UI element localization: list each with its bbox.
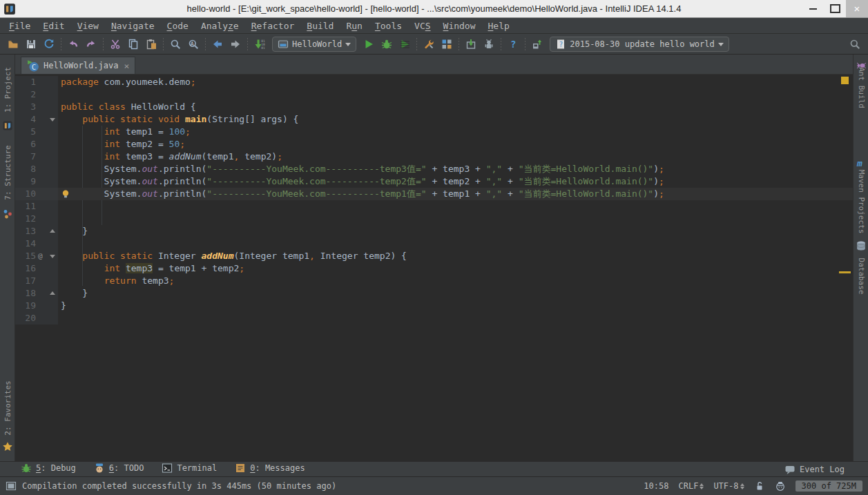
menu-build[interactable]: Build — [300, 21, 340, 31]
install-plugin-button[interactable] — [462, 36, 480, 52]
analysis-status-marker[interactable] — [841, 77, 849, 84]
find-button[interactable] — [166, 36, 184, 52]
gutter[interactable]: 16 — [15, 262, 58, 275]
code-text: int temp3 = temp1 + temp2; — [58, 262, 853, 275]
hector-inspections-icon[interactable] — [775, 481, 786, 492]
tool-window-todo[interactable]: 6: TODO — [94, 463, 144, 474]
encoding-selector[interactable]: UTF-8 — [713, 481, 744, 491]
code-editor[interactable]: 1package com.youmeek.demo;23public class… — [15, 75, 853, 461]
gutter[interactable]: 12 — [15, 213, 58, 225]
error-stripe-highlight-marker[interactable] — [839, 271, 851, 273]
gutter[interactable]: 14 — [15, 237, 58, 250]
redo-button[interactable] — [82, 36, 100, 52]
vcs-changelist-combo[interactable]: ?2015-08-30 update hello world — [550, 37, 729, 52]
event-log-button[interactable]: Event Log — [784, 464, 845, 475]
copy-button[interactable] — [124, 36, 142, 52]
clock: 10:58 — [644, 481, 668, 491]
menu-window[interactable]: Window — [437, 21, 482, 31]
gutter[interactable]: 10 — [15, 188, 58, 200]
tab-helloworld-java[interactable]: C HelloWorld.java × — [21, 57, 135, 74]
debug-button[interactable] — [378, 36, 396, 52]
back-icon — [212, 39, 223, 50]
line-number: 13 — [15, 225, 36, 237]
menu-edit[interactable]: Edit — [37, 21, 70, 31]
menu-analyze[interactable]: Analyze — [195, 21, 245, 31]
gutter[interactable]: 1 — [15, 76, 58, 88]
replace-button[interactable]: A — [184, 36, 202, 52]
save-all-button[interactable] — [22, 36, 40, 52]
fold-marker[interactable] — [50, 255, 55, 258]
synchronize-button[interactable] — [40, 36, 58, 52]
run-configuration-combo[interactable]: HelloWorld — [272, 37, 356, 52]
token-hl: temp3 — [126, 263, 153, 273]
run-button[interactable] — [360, 36, 378, 52]
code-text: public static Integer addNum(Integer tem… — [58, 250, 853, 262]
settings-button[interactable] — [420, 36, 438, 52]
gutter[interactable]: 18 — [15, 287, 58, 300]
gutter[interactable]: 11 — [15, 200, 58, 213]
token-fd: out — [142, 164, 157, 174]
gutter[interactable]: 7 — [15, 151, 58, 163]
token-pl — [61, 263, 104, 273]
project-structure-button[interactable] — [438, 36, 456, 52]
run-with-coverage-button[interactable] — [396, 36, 414, 52]
menu-vcs[interactable]: VCS — [408, 21, 436, 31]
back-button[interactable] — [209, 36, 226, 52]
open-file-button[interactable] — [4, 36, 22, 52]
tool-window-debug[interactable]: 5: Debug — [21, 463, 76, 474]
gutter[interactable]: 20 — [15, 312, 58, 324]
token-pl: temp2 = — [120, 139, 168, 149]
minimize-button[interactable] — [802, 0, 824, 17]
line-ending-selector[interactable]: CRLF — [678, 481, 704, 491]
fold-marker[interactable] — [50, 291, 55, 295]
fold-marker[interactable] — [50, 118, 55, 122]
menu-file[interactable]: File — [3, 21, 37, 31]
line-number: 10 — [15, 188, 36, 200]
memory-indicator[interactable]: 300 of 725M — [795, 481, 862, 492]
tool-window-terminal[interactable]: Terminal — [162, 463, 217, 474]
gutter[interactable]: 8 — [15, 163, 58, 175]
tool-window-messages[interactable]: 0: Messages — [235, 463, 305, 474]
menu-run[interactable]: Run — [340, 21, 368, 31]
token-str: "," — [486, 176, 502, 186]
android-button[interactable] — [480, 36, 498, 52]
gutter[interactable]: 4 — [15, 113, 58, 126]
cut-button[interactable] — [106, 36, 124, 52]
paste-button[interactable] — [142, 36, 160, 52]
menu-code[interactable]: Code — [161, 21, 195, 31]
gutter[interactable]: 19 — [15, 300, 58, 312]
close-button[interactable]: × — [846, 0, 868, 17]
gutter[interactable]: 17 — [15, 275, 58, 287]
gutter[interactable]: 6 — [15, 138, 58, 151]
update-project-button[interactable]: 011001 — [251, 36, 269, 52]
gutter[interactable]: 5 — [15, 126, 58, 138]
svg-text:?: ? — [559, 40, 563, 48]
fold-marker[interactable] — [50, 229, 55, 233]
code-line-15: 15@ public static Integer addNum(Integer… — [15, 250, 853, 262]
help-button[interactable]: ? — [504, 36, 522, 52]
gutter-markers — [36, 101, 58, 113]
code-text — [58, 312, 853, 324]
undo-button[interactable] — [64, 36, 82, 52]
menu-help[interactable]: Help — [482, 21, 516, 31]
menu-navigate[interactable]: Navigate — [105, 21, 161, 31]
menu-refactor[interactable]: Refactor — [245, 21, 301, 31]
maximize-button[interactable] — [824, 0, 846, 17]
lock-icon[interactable] — [754, 481, 765, 492]
deploy-button[interactable] — [528, 36, 546, 52]
menu-tools[interactable]: Tools — [369, 21, 408, 31]
forward-button[interactable] — [226, 36, 244, 52]
menu-view[interactable]: View — [71, 21, 105, 31]
gutter[interactable]: 9 — [15, 175, 58, 188]
tool-window-debug-icon — [21, 463, 32, 474]
search-everywhere-button[interactable] — [846, 36, 864, 52]
token-str: "当前类=HelloWorld.main()" — [519, 188, 654, 199]
gutter-markers — [36, 113, 58, 126]
intention-bulb-icon[interactable] — [61, 189, 70, 199]
gutter[interactable]: 13 — [15, 225, 58, 237]
gutter[interactable]: 3 — [15, 101, 58, 113]
tab-close-icon[interactable]: × — [124, 61, 129, 71]
gutter[interactable]: 15@ — [15, 250, 58, 262]
gutter-markers — [36, 200, 58, 213]
gutter[interactable]: 2 — [15, 88, 58, 101]
